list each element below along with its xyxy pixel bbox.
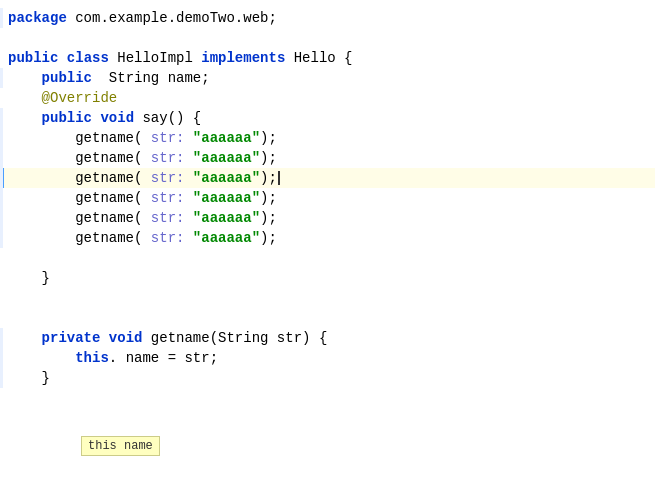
token: str:: [151, 230, 185, 246]
left-marker: [0, 188, 3, 208]
line-content: public class HelloImpl implements Hello …: [0, 50, 647, 66]
token: str: [277, 330, 302, 346]
token: "aaaaaa": [193, 130, 260, 146]
code-line: getname( str: "aaaaaa");: [0, 188, 655, 208]
token: );: [260, 210, 277, 226]
token: );: [260, 130, 277, 146]
token: str:: [151, 190, 185, 206]
code-line: public class HelloImpl implements Hello …: [0, 48, 655, 68]
token: getname(: [8, 230, 151, 246]
token: say() {: [134, 110, 201, 126]
left-marker: [0, 328, 3, 348]
token: str:: [151, 130, 185, 146]
token: implements: [201, 50, 285, 66]
token: public: [42, 110, 92, 126]
token: [8, 330, 42, 346]
tooltip-box: this name: [81, 436, 160, 456]
token: getname(: [8, 210, 151, 226]
token: [8, 350, 75, 366]
code-line: getname( str: "aaaaaa");: [0, 128, 655, 148]
token: ) {: [302, 330, 327, 346]
token: package: [8, 10, 67, 26]
line-content: package com.example.demoTwo.web;: [0, 10, 647, 26]
token: );: [260, 150, 277, 166]
line-content: getname( str: "aaaaaa");: [0, 150, 647, 166]
code-line: }: [0, 268, 655, 288]
token: [184, 210, 192, 226]
line-content: private void getname(String str) {: [0, 330, 647, 346]
token: void: [109, 330, 143, 346]
token: HelloImpl: [109, 50, 201, 66]
code-area[interactable]: package com.example.demoTwo.web;public c…: [0, 0, 655, 396]
token: Hello {: [285, 50, 352, 66]
token: [8, 70, 42, 86]
code-line: package com.example.demoTwo.web;: [0, 8, 655, 28]
token: [184, 130, 192, 146]
line-content: this. name = str;: [0, 350, 647, 366]
code-line: public void say() {: [0, 108, 655, 128]
token: str:: [151, 150, 185, 166]
token: public: [42, 70, 92, 86]
token: [8, 90, 42, 106]
token: "aaaaaa": [193, 190, 260, 206]
token: class: [67, 50, 109, 66]
left-marker: [0, 228, 3, 248]
token: this: [75, 350, 109, 366]
code-line: [0, 308, 655, 328]
token: str:: [151, 170, 185, 186]
token: com.example.demoTwo.web;: [67, 10, 277, 26]
left-marker: [0, 348, 3, 368]
line-content: getname( str: "aaaaaa");: [0, 130, 647, 146]
token: getname(: [8, 150, 151, 166]
token: );: [260, 190, 277, 206]
code-line: }: [0, 368, 655, 388]
code-line: getname( str: "aaaaaa");: [0, 208, 655, 228]
token: "aaaaaa": [193, 150, 260, 166]
code-line: private void getname(String str) {: [0, 328, 655, 348]
code-line: getname( str: "aaaaaa");: [0, 148, 655, 168]
left-marker: [0, 68, 3, 88]
token: "aaaaaa": [193, 230, 260, 246]
token: [184, 230, 192, 246]
token: [58, 50, 66, 66]
token: [184, 190, 192, 206]
token: str:: [151, 210, 185, 226]
token: @Override: [42, 90, 118, 106]
token: .: [109, 350, 117, 366]
token: }: [8, 270, 50, 286]
token: [100, 330, 108, 346]
text-cursor: [278, 171, 280, 185]
code-line: this. name = str;: [0, 348, 655, 368]
token: String name;: [92, 70, 210, 86]
token: );: [260, 170, 277, 186]
line-content: @Override: [0, 90, 647, 106]
line-content: getname( str: "aaaaaa");: [0, 210, 647, 226]
code-line: @Override: [0, 88, 655, 108]
token: name = str;: [117, 350, 218, 366]
line-content: }: [0, 270, 647, 286]
token: getname(: [8, 130, 151, 146]
line-content: getname( str: "aaaaaa");: [0, 190, 647, 206]
left-marker: [0, 8, 3, 28]
left-marker: [0, 108, 3, 128]
token: [184, 170, 192, 186]
line-content: getname( str: "aaaaaa");: [0, 170, 647, 186]
line-content: public void say() {: [0, 110, 647, 126]
token: );: [260, 230, 277, 246]
token: private: [42, 330, 101, 346]
token: "aaaaaa": [193, 210, 260, 226]
left-marker: [0, 368, 3, 388]
token: [8, 110, 42, 126]
code-line: getname( str: "aaaaaa");: [0, 228, 655, 248]
token: void: [100, 110, 134, 126]
left-marker: [0, 148, 3, 168]
line-content: }: [0, 370, 647, 386]
token: }: [8, 370, 50, 386]
code-line: [0, 28, 655, 48]
line-content: getname( str: "aaaaaa");: [0, 230, 647, 246]
code-line: [0, 288, 655, 308]
left-marker: [0, 208, 3, 228]
code-line: public String name;: [0, 68, 655, 88]
token: getname(String: [142, 330, 276, 346]
left-marker: [0, 168, 3, 188]
